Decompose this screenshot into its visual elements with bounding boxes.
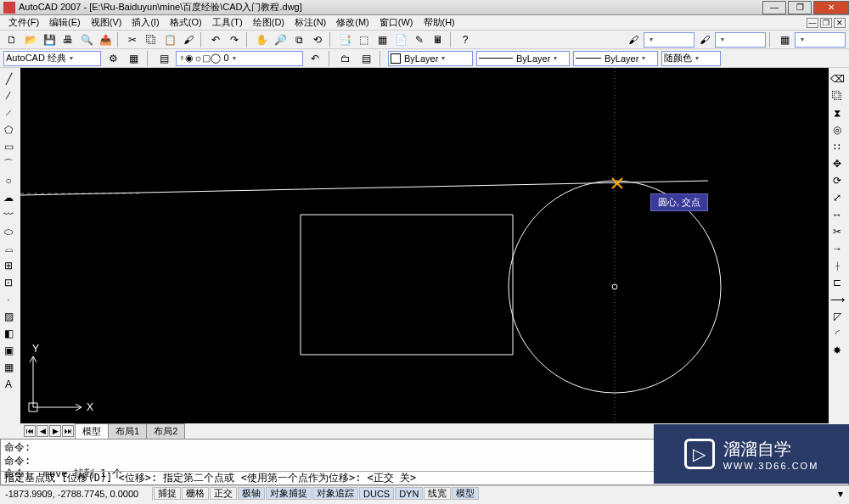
calc-icon[interactable]: 🖩 [430,32,447,48]
cut-icon[interactable]: ✂ [124,32,141,48]
pline-icon[interactable]: ⟋ [0,105,17,120]
new-icon[interactable]: 🗋 [3,32,20,48]
tab-model[interactable]: 模型 [75,423,109,439]
markup-icon[interactable]: ✎ [411,32,428,48]
menu-view[interactable]: 视图(V) [86,16,127,29]
ellipse-arc-icon[interactable]: ⌓ [0,241,17,256]
zoom-win-icon[interactable]: ⧉ [290,32,307,48]
pan-icon[interactable]: ✋ [253,32,270,48]
mtext-icon[interactable]: A [0,377,17,392]
tab-first-icon[interactable]: ⏮ [24,425,36,437]
tab-last-icon[interactable]: ⏭ [62,425,74,437]
fillet-icon[interactable]: ◜ [829,326,846,341]
erase-icon[interactable]: ⌫ [829,71,846,87]
grid-toggle[interactable]: 栅格 [182,487,209,500]
maximize-button[interactable]: ❐ [788,1,812,14]
coords-display[interactable]: -1873.9909, -2788.7745, 0.0000 [0,487,153,501]
color-combo[interactable]: ByLayer▾ [388,51,473,66]
extend-icon[interactable]: → [829,241,846,256]
gradient-icon[interactable]: ◧ [0,326,17,341]
spline-icon[interactable]: 〰 [0,207,17,222]
trim-icon[interactable]: ✂ [829,224,846,239]
layer-props-icon[interactable]: ▤ [155,51,172,66]
line-icon[interactable]: ╱ [0,71,17,87]
linetype-combo[interactable]: ByLayer▾ [476,51,570,66]
menu-help[interactable]: 帮助(H) [419,16,460,29]
break-icon[interactable]: ⟊ [829,258,846,273]
workspace-combo[interactable]: AutoCAD 经典▾ [3,51,101,66]
snap-toggle[interactable]: 捕捉 [154,487,181,500]
dcenter-icon[interactable]: ⬚ [355,32,372,48]
properties-icon[interactable]: 📑 [336,32,353,48]
polar-toggle[interactable]: 极轴 [238,487,265,500]
move-icon[interactable]: ✥ [829,156,846,171]
tab-layout1[interactable]: 布局1 [108,423,147,439]
layer-tools2-icon[interactable]: ▤ [357,51,374,66]
help-icon[interactable]: ? [457,32,474,48]
scale-icon[interactable]: ⤢ [829,190,846,205]
ortho-toggle[interactable]: 正交 [210,487,237,500]
stretch-icon[interactable]: ↔ [829,207,846,222]
table2-icon[interactable]: ▦ [0,360,17,375]
sheet-icon[interactable]: 📄 [392,32,409,48]
tab-layout2[interactable]: 布局2 [146,423,185,439]
table-combo[interactable]: ▾ [795,32,846,48]
menu-format[interactable]: 格式(O) [165,16,207,29]
workspace-toolbar-icon[interactable]: ▦ [125,51,142,66]
break2-icon[interactable]: ⊏ [829,275,846,290]
copy-icon[interactable]: ⿻ [143,32,160,48]
toolpalette-icon[interactable]: ▦ [374,32,391,48]
lwt-toggle[interactable]: 线宽 [424,487,451,500]
style2-combo[interactable]: ▾ [715,32,766,48]
join-icon[interactable]: ⟶ [829,292,846,307]
dyn-toggle[interactable]: DYN [395,487,423,500]
hatch-icon[interactable]: ▨ [0,309,17,324]
menu-tools[interactable]: 工具(T) [207,16,248,29]
revcloud-icon[interactable]: ☁ [0,190,17,205]
workspace-settings-icon[interactable]: ⚙ [104,51,121,66]
zoom-prev-icon[interactable]: ⟲ [309,32,326,48]
menu-window[interactable]: 窗口(W) [374,16,419,29]
circle-icon[interactable]: ○ [0,173,17,188]
open-icon[interactable]: 📂 [22,32,39,48]
tab-next-icon[interactable]: ▶ [49,425,61,437]
zoom-rt-icon[interactable]: 🔎 [272,32,289,48]
layer-combo[interactable]: ♀◉☼▢◯ 0▾ [176,51,303,66]
menu-draw[interactable]: 绘图(D) [248,16,290,29]
plotstyle-combo[interactable]: 随颜色▾ [661,51,721,66]
paste-icon[interactable]: 📋 [161,32,178,48]
offset-icon[interactable]: ◎ [829,122,846,137]
array-icon[interactable]: ∷ [829,139,846,154]
region-icon[interactable]: ▣ [0,343,17,358]
rotate-icon[interactable]: ⟳ [829,173,846,188]
doc-close-button[interactable]: ✕ [834,18,846,28]
undo-icon[interactable]: ↶ [207,32,224,48]
tab-prev-icon[interactable]: ◀ [37,425,48,437]
menu-edit[interactable]: 编辑(E) [44,16,86,29]
doc-restore-button[interactable]: ❐ [820,18,832,28]
plot-icon[interactable]: 🖶 [59,32,76,48]
lineweight-combo[interactable]: ByLayer▾ [573,51,658,66]
model-toggle[interactable]: 模型 [452,487,479,500]
mirror-icon[interactable]: ⧗ [829,105,846,120]
layer-tools-icon[interactable]: 🗀 [337,51,354,66]
polygon-icon[interactable]: ⬠ [0,122,17,137]
layer-prev-icon[interactable]: ↶ [306,51,323,66]
command-input[interactable]: 指定基点或 [位移(D)] <位移>: 指定第二个点或 <使用第一个点作为位移>… [4,472,416,485]
osnap-toggle[interactable]: 对象捕捉 [266,487,312,500]
save-icon[interactable]: 💾 [41,32,58,48]
menu-dimension[interactable]: 标注(N) [290,16,331,29]
menu-insert[interactable]: 插入(I) [127,16,164,29]
style-combo[interactable]: ▾ [644,32,694,48]
otrack-toggle[interactable]: 对象追踪 [312,487,358,500]
brush2-icon[interactable]: 🖌 [696,32,713,48]
xline-icon[interactable]: ∕ [0,88,17,104]
doc-minimize-button[interactable]: — [807,18,818,28]
make-block-icon[interactable]: ⊡ [0,275,17,290]
redo-icon[interactable]: ↷ [226,32,243,48]
menu-file[interactable]: 文件(F) [3,16,44,29]
explode-icon[interactable]: ✸ [829,343,846,358]
arc-icon[interactable]: ⌒ [0,156,17,171]
insert-block-icon[interactable]: ⊞ [0,258,17,273]
publish-icon[interactable]: 📤 [97,32,114,48]
